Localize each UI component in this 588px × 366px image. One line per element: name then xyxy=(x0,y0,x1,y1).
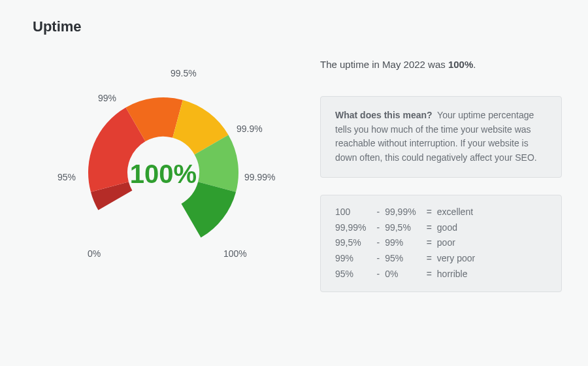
info-box: What does this mean? Your uptime percent… xyxy=(320,96,562,178)
gauge-tick-99: 99% xyxy=(98,93,116,103)
page-title: Uptime xyxy=(33,18,562,35)
gauge-panel: 100% 0% 95% 99% 99.5% 99.9% 99.99% 100% xyxy=(33,55,294,292)
summary-text: The uptime in May 2022 was 100%. xyxy=(320,59,562,70)
summary-prefix: The uptime in May 2022 was xyxy=(320,59,448,70)
summary-suffix: . xyxy=(473,59,476,70)
gauge-tick-995: 99.5% xyxy=(171,68,197,78)
gauge-tick-999: 99.9% xyxy=(237,124,263,134)
legend-row: 100-99,99%=excellent xyxy=(335,205,480,220)
gauge-tick-100: 100% xyxy=(223,248,247,259)
gauge-tick-9999: 99.99% xyxy=(244,172,275,182)
legend-row: 99,99%-99,5%=good xyxy=(335,220,480,236)
legend-row: 99%-95%=very poor xyxy=(335,251,480,267)
info-lead: What does this mean? xyxy=(335,110,433,120)
summary-value: 100% xyxy=(448,59,473,70)
legend-box: 100-99,99%=excellent 99,99%-99,5%=good 9… xyxy=(320,195,562,292)
legend-row: 99,5%-99%=poor xyxy=(335,235,480,251)
uptime-gauge-icon xyxy=(65,75,261,271)
gauge-tick-95: 95% xyxy=(57,172,76,182)
legend-row: 95%-0%=horrible xyxy=(335,267,480,282)
gauge-tick-0: 0% xyxy=(88,248,101,259)
